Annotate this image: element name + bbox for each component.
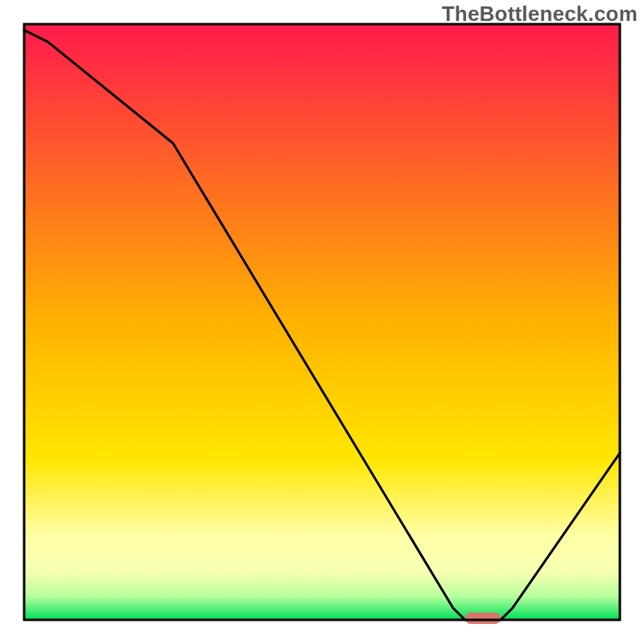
watermark-text: TheBottleneck.com <box>442 2 638 27</box>
chart-container: TheBottleneck.com <box>0 0 644 644</box>
bottleneck-chart <box>0 0 644 644</box>
plot-background <box>24 24 620 620</box>
optimal-range-marker <box>465 613 501 624</box>
